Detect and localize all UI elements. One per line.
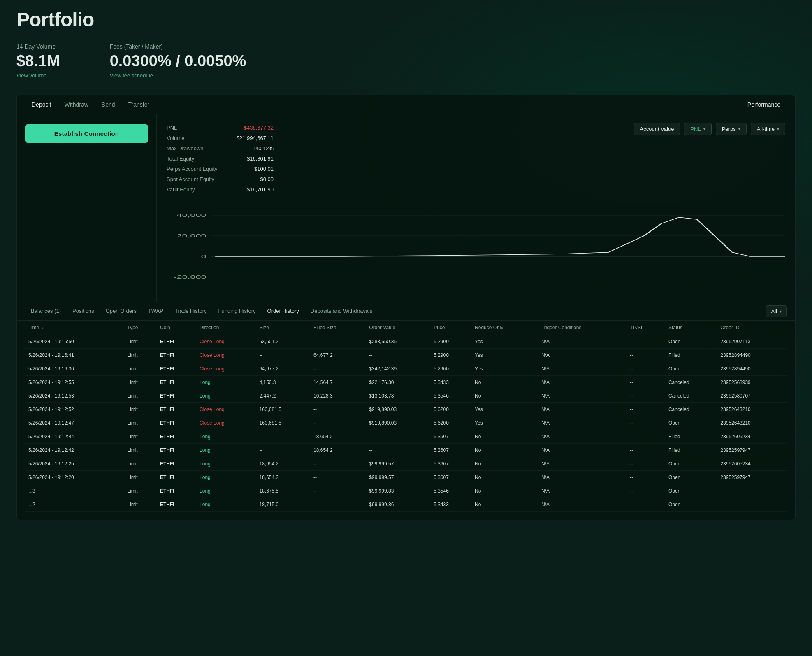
- cell-order-id: 23952597947: [717, 444, 787, 457]
- tab-twap[interactable]: TWAP: [142, 302, 169, 321]
- cell-size: 2,447.2: [256, 389, 311, 403]
- tab-balances[interactable]: Balances (1): [25, 302, 67, 321]
- pnl-button[interactable]: PNL ▾: [684, 123, 711, 135]
- cell-direction: Close Long: [196, 335, 256, 349]
- cell-status: Open: [665, 471, 717, 484]
- cell-tpsl: --: [626, 416, 665, 430]
- account-value-label: Account Value: [640, 126, 674, 132]
- cell-size: 18,654.2: [256, 457, 311, 471]
- cell-order-id: [717, 498, 787, 512]
- cell-filled-size: --: [310, 362, 366, 376]
- cell-order-value: $99,999.57: [366, 457, 430, 471]
- perps-ctrl-label: Perps: [722, 126, 736, 132]
- tab-performance[interactable]: Performance: [741, 95, 787, 114]
- cell-coin: ETHFI: [157, 416, 196, 430]
- all-filter-button[interactable]: All ▾: [766, 305, 787, 317]
- cell-order-id: [717, 484, 787, 498]
- table-row: 5/26/2024 - 19:16:36 Limit ETHFI Close L…: [25, 362, 787, 376]
- cell-trigger: N/A: [538, 457, 626, 471]
- cell-trigger: N/A: [538, 362, 626, 376]
- cell-order-id: 23952605234: [717, 430, 787, 444]
- cell-coin: ETHFI: [157, 471, 196, 484]
- cell-coin: ETHFI: [157, 389, 196, 403]
- table-row: 5/26/2024 - 19:12:20 Limit ETHFI Long 18…: [25, 471, 787, 484]
- table-row: 5/26/2024 - 19:12:55 Limit ETHFI Long 4,…: [25, 376, 787, 389]
- cell-coin: ETHFI: [157, 484, 196, 498]
- chart-area: 40,000 20,000 0 -20,000: [167, 203, 785, 293]
- metric-max-drawdown: Max Drawdown 140.12%: [167, 143, 274, 154]
- main-tabs-row: Deposit Withdraw Send Transfer Performan…: [17, 95, 795, 114]
- cell-filled-size: --: [310, 335, 366, 349]
- tab-trade-history[interactable]: Trade History: [169, 302, 213, 321]
- cell-price: 5.3433: [430, 498, 471, 512]
- cell-direction: Long: [196, 430, 256, 444]
- tab-positions[interactable]: Positions: [67, 302, 100, 321]
- account-value-button[interactable]: Account Value: [634, 123, 680, 135]
- max-drawdown-label: Max Drawdown: [167, 145, 204, 151]
- cell-trigger: N/A: [538, 389, 626, 403]
- cell-order-id: 23952568939: [717, 376, 787, 389]
- view-volume-link[interactable]: View volume: [16, 72, 46, 79]
- cell-order-id: 23952643210: [717, 416, 787, 430]
- tab-order-history[interactable]: Order History: [262, 302, 305, 321]
- cell-price: 5.6200: [430, 416, 471, 430]
- cell-time: 5/26/2024 - 19:12:25: [25, 457, 124, 471]
- perps-equity-label: Perps Account Equity: [167, 166, 218, 172]
- cell-coin: ETHFI: [157, 444, 196, 457]
- cell-time: 5/26/2024 - 19:12:47: [25, 416, 124, 430]
- tab-open-orders[interactable]: Open Orders: [100, 302, 142, 321]
- spot-equity-value: $0.00: [260, 176, 274, 182]
- svg-text:20,000: 20,000: [176, 233, 206, 239]
- cell-trigger: N/A: [538, 444, 626, 457]
- establish-connection-button[interactable]: Establish Connection: [25, 124, 148, 143]
- order-history-table-container: Time ↓ Type Coin Direction Size Filled S…: [17, 321, 795, 520]
- tab-transfer[interactable]: Transfer: [122, 95, 156, 114]
- cell-direction: Long: [196, 471, 256, 484]
- perps-button[interactable]: Perps ▾: [716, 123, 747, 135]
- cell-order-value: $99,999.83: [366, 484, 430, 498]
- cell-trigger: N/A: [538, 430, 626, 444]
- cell-tpsl: --: [626, 484, 665, 498]
- volume-label: 14 Day Volume: [16, 43, 60, 50]
- col-header-coin: Coin: [157, 321, 196, 335]
- tab-deposits-withdrawals[interactable]: Deposits and Withdrawals: [305, 302, 378, 321]
- svg-text:0: 0: [201, 254, 206, 259]
- svg-text:40,000: 40,000: [176, 213, 206, 218]
- cell-type: Limit: [124, 457, 157, 471]
- all-time-button[interactable]: All-time ▾: [751, 123, 785, 135]
- col-header-size: Size: [256, 321, 311, 335]
- cell-price: 5.3607: [430, 471, 471, 484]
- cell-order-value: --: [366, 430, 430, 444]
- tab-deposit[interactable]: Deposit: [25, 95, 58, 114]
- volume-metric-value: $21,994,667.11: [237, 135, 274, 141]
- tab-funding-history[interactable]: Funding History: [213, 302, 262, 321]
- cell-time: ...3: [25, 484, 124, 498]
- cell-status: Open: [665, 498, 717, 512]
- table-row: 5/26/2024 - 19:12:47 Limit ETHFI Close L…: [25, 416, 787, 430]
- pnl-ctrl-label: PNL: [690, 126, 701, 132]
- cell-direction: Close Long: [196, 403, 256, 416]
- metric-perps-equity: Perps Account Equity $100.01: [167, 164, 274, 174]
- cell-price: 5.3546: [430, 484, 471, 498]
- cell-direction: Long: [196, 498, 256, 512]
- col-header-time[interactable]: Time ↓: [25, 321, 124, 335]
- cell-tpsl: --: [626, 335, 665, 349]
- cell-reduce-only: No: [471, 376, 538, 389]
- cell-trigger: N/A: [538, 349, 626, 362]
- cell-trigger: N/A: [538, 416, 626, 430]
- table-row: 5/26/2024 - 19:16:50 Limit ETHFI Close L…: [25, 335, 787, 349]
- table-row: 5/26/2024 - 19:12:42 Limit ETHFI Long --…: [25, 444, 787, 457]
- view-fee-schedule-link[interactable]: View fee schedule: [110, 72, 153, 79]
- cell-filled-size: 16,228.3: [310, 389, 366, 403]
- tab-withdraw[interactable]: Withdraw: [58, 95, 95, 114]
- cell-reduce-only: Yes: [471, 403, 538, 416]
- cell-reduce-only: No: [471, 471, 538, 484]
- perps-chevron-icon: ▾: [738, 127, 740, 131]
- cell-reduce-only: No: [471, 430, 538, 444]
- cell-tpsl: --: [626, 349, 665, 362]
- cell-reduce-only: Yes: [471, 362, 538, 376]
- order-history-table: Time ↓ Type Coin Direction Size Filled S…: [25, 321, 787, 512]
- cell-size: --: [256, 349, 311, 362]
- cell-filled-size: 64,677.2: [310, 349, 366, 362]
- tab-send[interactable]: Send: [95, 95, 122, 114]
